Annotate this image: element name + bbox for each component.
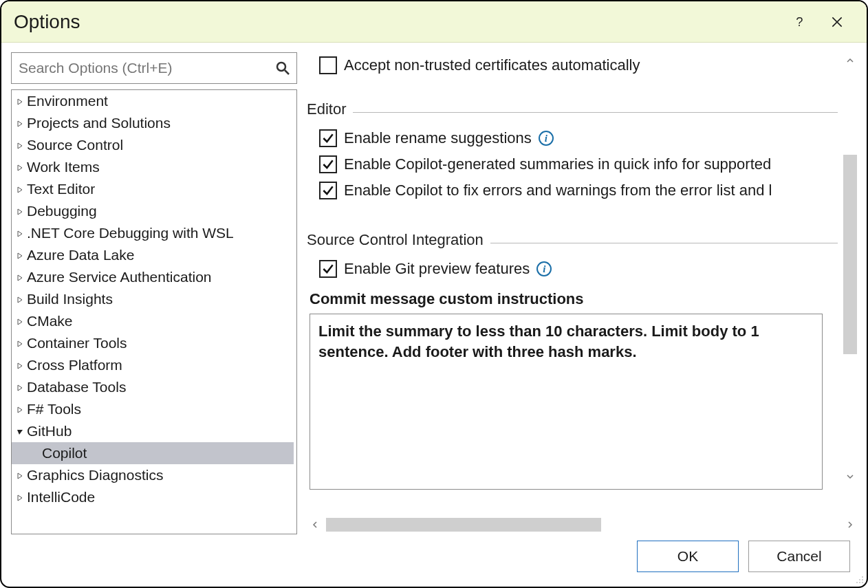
close-button[interactable] <box>818 8 856 36</box>
options-dialog: Options ? EnvironmentProjects and Soluti… <box>0 0 868 588</box>
vertical-scrollbar[interactable] <box>842 52 858 485</box>
check-label: Enable rename suggestions <box>344 129 532 147</box>
tree-item[interactable]: Text Editor <box>12 178 294 200</box>
scroll-right-icon[interactable] <box>842 516 858 533</box>
dialog-title: Options <box>14 11 781 33</box>
tree-item[interactable]: IntelliCode <box>12 486 294 508</box>
scroll-up-icon[interactable] <box>842 52 858 69</box>
chevron-right-icon <box>16 93 27 109</box>
tree-item[interactable]: Build Insights <box>12 288 294 310</box>
tree-item-label: Azure Data Lake <box>27 247 134 263</box>
tree-item-label: F# Tools <box>27 401 81 417</box>
svg-point-5 <box>856 582 858 583</box>
svg-text:?: ? <box>796 15 803 29</box>
svg-point-3 <box>859 579 860 580</box>
svg-point-7 <box>862 582 863 583</box>
tree-item-label: .NET Core Debugging with WSL <box>27 225 234 241</box>
tree-item[interactable]: CMake <box>12 310 294 332</box>
check-accept-certs[interactable]: Accept non-trusted certificates automati… <box>307 52 838 78</box>
chevron-right-icon <box>16 313 27 329</box>
svg-point-1 <box>277 63 285 71</box>
titlebar: Options ? <box>1 1 867 43</box>
check-label: Accept non-trusted certificates automati… <box>344 56 640 74</box>
scroll-down-icon[interactable] <box>842 468 858 485</box>
chevron-right-icon <box>16 379 27 395</box>
check-row[interactable]: Enable Copilot-generated summaries in qu… <box>307 151 838 177</box>
chevron-right-icon <box>16 269 27 285</box>
tree-item-label: Database Tools <box>27 379 126 395</box>
chevron-right-icon <box>16 467 27 483</box>
tree-item[interactable]: GitHub <box>12 420 294 442</box>
scroll-left-icon[interactable] <box>307 516 323 533</box>
tree-item[interactable]: Environment <box>12 90 294 112</box>
checkbox-icon <box>319 260 337 278</box>
check-row[interactable]: Enable rename suggestions <box>307 125 838 151</box>
chevron-right-icon <box>16 137 27 153</box>
scroll-track[interactable] <box>326 518 839 532</box>
chevron-right-icon <box>16 247 27 263</box>
options-content: Accept non-trusted certificates automati… <box>307 52 858 498</box>
check-row[interactable]: Enable Copilot to fix errors and warning… <box>307 177 838 204</box>
tree-item-label: CMake <box>27 313 73 329</box>
tree-item[interactable]: Azure Service Authentication <box>12 266 294 288</box>
tree-item[interactable]: Debugging <box>12 200 294 222</box>
divider <box>490 243 838 243</box>
commit-instructions-heading: Commit message custom instructions <box>307 282 838 314</box>
tree-item-label: GitHub <box>27 423 72 439</box>
tree-item-label: Container Tools <box>27 335 127 351</box>
help-button[interactable]: ? <box>781 8 818 36</box>
check-label: Enable Git preview features <box>344 260 530 278</box>
divider <box>353 112 838 113</box>
svg-point-6 <box>859 582 860 583</box>
tree-item[interactable]: .NET Core Debugging with WSL <box>12 222 294 244</box>
tree-item-label: Build Insights <box>27 291 113 307</box>
checkbox-icon <box>319 155 337 173</box>
chevron-right-icon <box>16 225 27 241</box>
scroll-track[interactable] <box>842 69 858 468</box>
svg-point-2 <box>862 576 863 578</box>
tree-item-label: Work Items <box>27 159 100 175</box>
horizontal-scrollbar[interactable] <box>307 515 858 534</box>
checkbox-icon <box>319 56 337 74</box>
options-tree[interactable]: EnvironmentProjects and SolutionsSource … <box>11 89 297 534</box>
tree-item-label: Environment <box>27 93 108 109</box>
check-label: Enable Copilot-generated summaries in qu… <box>344 155 771 173</box>
tree-item[interactable]: Source Control <box>12 134 294 156</box>
tree-item[interactable]: Container Tools <box>12 332 294 354</box>
left-panel: EnvironmentProjects and SolutionsSource … <box>11 52 297 534</box>
tree-item[interactable]: Azure Data Lake <box>12 244 294 266</box>
check-label: Enable Copilot to fix errors and warning… <box>344 182 772 199</box>
tree-item[interactable]: Database Tools <box>12 376 294 398</box>
tree-item[interactable]: Graphics Diagnostics <box>12 464 294 486</box>
commit-instructions-textarea[interactable]: Limit the summary to less than 10 charac… <box>310 314 823 490</box>
check-git-preview[interactable]: Enable Git preview features <box>307 256 838 282</box>
checkbox-icon <box>319 129 337 147</box>
scroll-thumb[interactable] <box>843 155 857 354</box>
chevron-down-icon <box>16 423 27 439</box>
scroll-thumb[interactable] <box>326 518 601 532</box>
resize-grip-icon[interactable] <box>853 573 864 584</box>
tree-item-label: Graphics Diagnostics <box>27 467 163 483</box>
tree-item-label: Source Control <box>27 137 123 153</box>
tree-item[interactable]: Cross Platform <box>12 354 294 376</box>
tree-item-label: Text Editor <box>27 181 95 197</box>
tree-item-label: Cross Platform <box>27 357 122 373</box>
tree-item[interactable]: Work Items <box>12 156 294 178</box>
svg-point-4 <box>862 579 863 580</box>
tree-item[interactable]: F# Tools <box>12 398 294 420</box>
search-box[interactable] <box>11 52 297 84</box>
search-input[interactable] <box>19 60 274 76</box>
tree-item-child[interactable]: Copilot <box>12 442 294 464</box>
chevron-right-icon <box>16 489 27 505</box>
group-legend: Source Control Integration <box>307 231 484 252</box>
chevron-right-icon <box>16 291 27 307</box>
cancel-button[interactable]: Cancel <box>748 541 850 572</box>
tree-item-label: Debugging <box>27 203 97 219</box>
info-icon[interactable] <box>536 261 552 276</box>
tree-item-label: Copilot <box>42 445 87 461</box>
group-legend: Editor <box>307 100 346 121</box>
ok-button[interactable]: OK <box>637 541 739 572</box>
tree-item[interactable]: Projects and Solutions <box>12 112 294 134</box>
chevron-right-icon <box>16 181 27 197</box>
info-icon[interactable] <box>539 131 554 146</box>
